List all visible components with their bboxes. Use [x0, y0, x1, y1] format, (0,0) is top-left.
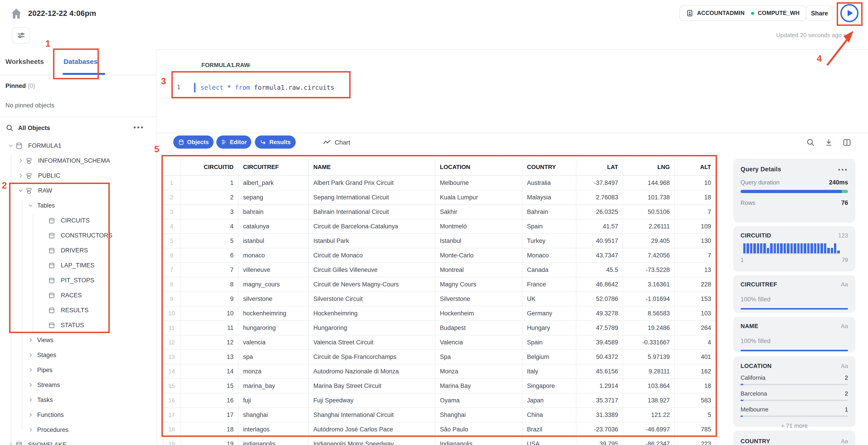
table-cell[interactable]: Spa: [435, 349, 522, 364]
chevron-right-icon[interactable]: [16, 172, 25, 180]
table-cell[interactable]: silverstone: [238, 292, 309, 306]
table-cell[interactable]: Oyama: [435, 393, 522, 407]
database-context-selector[interactable]: FORMULA1.RAW: [202, 62, 249, 68]
table-cell[interactable]: 103.864: [623, 378, 675, 393]
column-header-circuitid[interactable]: CIRCUITID: [180, 159, 238, 175]
table-cell[interactable]: Canada: [522, 262, 576, 277]
column-header-alt[interactable]: ALT: [675, 159, 716, 175]
table-cell[interactable]: 1.2914: [576, 378, 623, 393]
chevron-down-icon[interactable]: [6, 142, 14, 150]
table-cell[interactable]: Silverstone Circuit: [309, 292, 435, 306]
table-cell[interactable]: 121.22: [623, 407, 675, 422]
table-cell[interactable]: 264: [675, 320, 716, 335]
table-cell[interactable]: Indianapolis Motor Speedway: [309, 436, 435, 445]
table-cell[interactable]: 5: [675, 407, 716, 422]
table-cell[interactable]: marina_bay: [238, 378, 309, 393]
table-cell[interactable]: bahrain: [238, 204, 309, 219]
table-cell[interactable]: 228: [675, 277, 716, 292]
table-cell[interactable]: 583: [675, 393, 716, 407]
tree-item-formula1[interactable]: FORMULA1: [0, 138, 156, 153]
table-cell[interactable]: 4: [180, 219, 238, 233]
tree-item-drivers[interactable]: DRIVERS: [0, 243, 156, 258]
table-cell[interactable]: Bahrain: [522, 204, 576, 219]
chevron-right-icon[interactable]: [26, 426, 34, 434]
search-results-icon[interactable]: [806, 138, 815, 147]
table-cell[interactable]: 162: [675, 364, 716, 378]
table-cell[interactable]: -86.2347: [623, 436, 675, 445]
table-cell[interactable]: 39.4589: [576, 335, 623, 349]
table-cell[interactable]: Marina Bay: [435, 378, 522, 393]
table-cell[interactable]: 49.3278: [576, 306, 623, 320]
tab-databases[interactable]: Databases: [63, 58, 97, 65]
table-cell[interactable]: 5.97139: [623, 349, 675, 364]
table-cell[interactable]: 10: [675, 175, 716, 190]
tree-item-pit_stops[interactable]: PIT_STOPS: [0, 273, 156, 288]
table-cell[interactable]: 7.42056: [623, 248, 675, 262]
chevron-right-icon[interactable]: [26, 411, 34, 419]
table-cell[interactable]: -46.6997: [623, 422, 675, 436]
table-cell[interactable]: 223: [675, 436, 716, 445]
table-cell[interactable]: Silverstone: [435, 292, 522, 306]
chevron-right-icon[interactable]: [26, 366, 34, 374]
tree-item-information_schema[interactable]: INFORMATION_SCHEMA: [0, 153, 156, 168]
table-cell[interactable]: UK: [522, 292, 576, 306]
query-details-menu-icon[interactable]: ●●●: [838, 167, 848, 172]
table-cell[interactable]: 18: [675, 190, 716, 204]
table-cell[interactable]: Bahrain International Circuit: [309, 204, 435, 219]
table-cell[interactable]: Malaysia: [522, 190, 576, 204]
title-dropdown-icon[interactable]: ▾: [89, 10, 91, 16]
table-cell[interactable]: 1: [180, 175, 238, 190]
table-cell[interactable]: -0.331667: [623, 335, 675, 349]
context-selector[interactable]: ACCOUNTADMIN COMPUTE_WH: [679, 5, 806, 21]
table-cell[interactable]: Fuji Speedway: [309, 393, 435, 407]
chevron-down-icon[interactable]: [26, 201, 34, 210]
table-cell[interactable]: 10: [180, 306, 238, 320]
table-cell[interactable]: Circuit de Spa-Francorchamps: [309, 349, 435, 364]
table-cell[interactable]: 2.26111: [623, 219, 675, 233]
table-cell[interactable]: Indianapolis: [435, 436, 522, 445]
table-cell[interactable]: villeneuve: [238, 262, 309, 277]
table-cell[interactable]: Australia: [522, 175, 576, 190]
table-cell[interactable]: 31.3389: [576, 407, 623, 422]
table-cell[interactable]: 144.968: [623, 175, 675, 190]
tree-item-pipes[interactable]: Pipes: [0, 363, 156, 377]
share-button[interactable]: Share: [806, 5, 833, 21]
tree-item-stages[interactable]: Stages: [0, 348, 156, 363]
table-cell[interactable]: shanghai: [238, 407, 309, 422]
column-header-name[interactable]: NAME: [309, 159, 435, 175]
table-cell[interactable]: 2.76083: [576, 190, 623, 204]
table-cell[interactable]: 46.8642: [576, 277, 623, 292]
table-cell[interactable]: Istanbul: [435, 233, 522, 248]
sql-editor-line[interactable]: select * from formula1.raw.circuits: [200, 84, 334, 91]
table-cell[interactable]: Magny Cours: [435, 277, 522, 292]
toggle-editor-button[interactable]: Editor: [216, 136, 251, 149]
table-cell[interactable]: 13: [180, 349, 238, 364]
tree-item-results[interactable]: RESULTS: [0, 303, 156, 318]
table-cell[interactable]: hungaroring: [238, 320, 309, 335]
table-cell[interactable]: monza: [238, 364, 309, 378]
filters-button[interactable]: [12, 27, 30, 43]
table-cell[interactable]: Marina Bay Street Circuit: [309, 378, 435, 393]
tree-item-public[interactable]: PUBLIC: [0, 168, 156, 183]
table-cell[interactable]: São Paulo: [435, 422, 522, 436]
table-cell[interactable]: 4: [675, 335, 716, 349]
table-cell[interactable]: 18: [675, 378, 716, 393]
table-cell[interactable]: 13: [675, 262, 716, 277]
table-cell[interactable]: -37.8497: [576, 175, 623, 190]
chevron-right-icon[interactable]: [26, 351, 34, 359]
table-cell[interactable]: monaco: [238, 248, 309, 262]
chevron-down-icon[interactable]: [16, 186, 25, 195]
table-cell[interactable]: Melbourne: [435, 175, 522, 190]
tree-item-tasks[interactable]: Tasks: [0, 392, 156, 407]
table-cell[interactable]: magny_cours: [238, 277, 309, 292]
table-cell[interactable]: 130: [675, 233, 716, 248]
table-cell[interactable]: 153: [675, 292, 716, 306]
table-cell[interactable]: indianapolis: [238, 436, 309, 445]
download-icon[interactable]: [825, 138, 834, 147]
table-cell[interactable]: catalunya: [238, 219, 309, 233]
tab-chart[interactable]: Chart: [323, 136, 350, 149]
toggle-objects-button[interactable]: Objects: [173, 136, 214, 149]
table-cell[interactable]: 29.405: [623, 233, 675, 248]
table-cell[interactable]: Budapest: [435, 320, 522, 335]
table-cell[interactable]: 43.7347: [576, 248, 623, 262]
